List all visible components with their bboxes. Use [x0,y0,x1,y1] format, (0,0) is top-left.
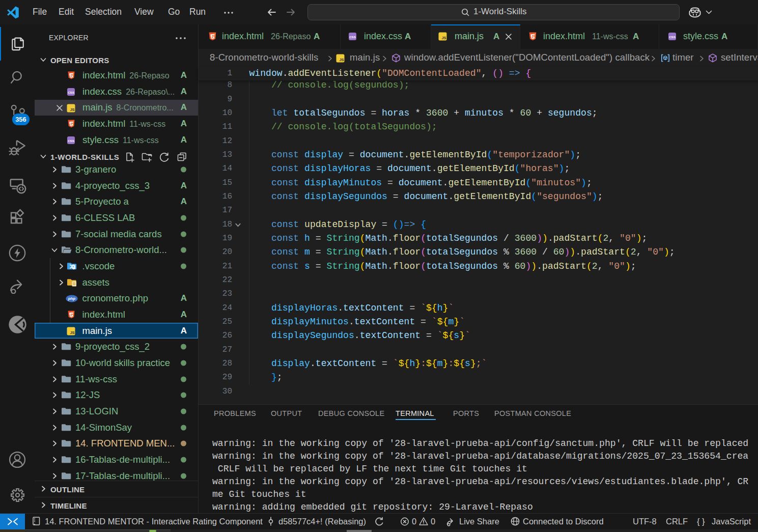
svg-text:CSS: CSS [68,90,74,94]
svg-text:CSS: CSS [68,138,74,142]
svg-text:php: php [68,297,76,301]
svg-text:CSS: CSS [669,35,676,39]
svg-text:JS: JS [339,58,344,62]
svg-text:JS: JS [70,107,74,111]
svg-text:JS: JS [441,36,446,40]
svg-text:JS: JS [70,330,74,334]
svg-text:CSS: CSS [349,35,356,39]
